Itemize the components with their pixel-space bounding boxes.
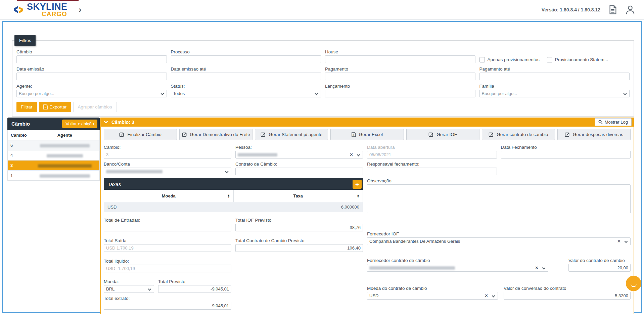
- exchange-list-panel: Câmbio Voltar exibição Câmbio Agente 6: [7, 118, 100, 181]
- add-taxa-button[interactable]: +: [353, 180, 362, 189]
- table-row[interactable]: 4: [8, 150, 100, 161]
- provisionamento-statem-checkbox[interactable]: [547, 57, 552, 62]
- total-previsto-input[interactable]: [158, 285, 231, 293]
- filter-processo-input[interactable]: [171, 55, 321, 63]
- table-row[interactable]: 6: [8, 140, 100, 150]
- filter-status-select[interactable]: Todos: [171, 90, 321, 97]
- total-iof-input[interactable]: [235, 224, 363, 231]
- total-extrato-input[interactable]: [104, 302, 231, 310]
- filter-pagamento-label: Pagamento: [325, 66, 475, 72]
- collapse-chevron-icon[interactable]: [104, 119, 108, 124]
- filter-agente-select[interactable]: Busque por algo...: [16, 90, 167, 97]
- table-row-selected[interactable]: 3: [8, 161, 100, 171]
- filter-pagamento-ate-input[interactable]: [479, 73, 630, 80]
- taxas-col-moeda[interactable]: Moeda ▲▼: [104, 190, 234, 202]
- detail-collapse-bar[interactable]: Câmbio: 3 Mostrar Log: [100, 118, 634, 127]
- redacted-agent-name: [38, 164, 92, 168]
- taxas-header: Taxas +: [104, 178, 363, 190]
- exchange-col-agente[interactable]: Agente: [30, 130, 99, 140]
- filter-cambio-input[interactable]: [16, 55, 167, 63]
- chevron-down-icon: [160, 92, 164, 95]
- field-total-iof: Total IOF Previsto: [235, 218, 363, 231]
- responsavel-fechamento-input[interactable]: [367, 168, 497, 175]
- data-fechamento-input[interactable]: [501, 151, 631, 159]
- valor-conversao-input[interactable]: [504, 292, 631, 300]
- exportar-button[interactable]: x Exportar: [39, 102, 71, 112]
- filter-cambio-label: Câmbio: [16, 49, 167, 54]
- cambio-input[interactable]: [104, 151, 231, 159]
- filter-status-label: Status:: [171, 84, 321, 89]
- filter-data-emissao-ate: Data emissao até: [171, 66, 321, 80]
- chevron-down-icon: [542, 266, 546, 270]
- redacted-fornecedor-value: [369, 266, 455, 270]
- field-valor-contrato: Valor do contrato de cambio: [568, 258, 631, 272]
- gerar-despesas-diversas-button[interactable]: Gerar despesas diversas: [557, 129, 631, 140]
- gerar-excel-button[interactable]: x Gerar Excel: [330, 129, 404, 140]
- total-contrato-previsto-input[interactable]: [235, 244, 363, 252]
- apenas-provisionamentos-checkbox[interactable]: [479, 57, 485, 62]
- agrupar-cambios-button[interactable]: Agrupar câmbios: [73, 102, 117, 112]
- moeda-contrato-select[interactable]: USD ✕: [367, 292, 498, 300]
- total-liquido-input[interactable]: [104, 265, 231, 272]
- data-abertura-input[interactable]: [367, 151, 497, 159]
- fornecedor-contrato-select[interactable]: ✕: [367, 264, 548, 272]
- gerar-statement-agente-button[interactable]: Gerar Statement p/ agente: [255, 129, 328, 140]
- filter-pagamento-input[interactable]: [325, 73, 475, 80]
- moeda-select[interactable]: BRL: [104, 285, 154, 293]
- exchange-col-cambio[interactable]: Câmbio: [8, 130, 30, 140]
- filters-panel: Filtros Câmbio Processo House Apenas pro…: [12, 40, 634, 117]
- voltar-exibicao-button[interactable]: Voltar exibição: [62, 120, 97, 128]
- mostrar-log-button[interactable]: Mostrar Log: [595, 118, 632, 126]
- excel-icon: x: [43, 104, 48, 109]
- filter-data-emissao-ate-input[interactable]: [171, 73, 321, 80]
- chat-bubble-icon[interactable]: [626, 276, 641, 291]
- banco-conta-select[interactable]: [104, 168, 231, 175]
- field-pessoa: Pessoa: ✕: [235, 145, 363, 159]
- filter-pagamento-ate: Pagamento até: [479, 66, 630, 80]
- gerar-iof-button[interactable]: Gerar IOF: [406, 129, 479, 140]
- content-frame: Filtros Câmbio Processo House Apenas pro…: [2, 21, 642, 313]
- edit-icon: [428, 132, 433, 137]
- filter-status: Status: Todos: [171, 84, 321, 97]
- clear-icon[interactable]: ✕: [535, 265, 539, 270]
- filtrar-button[interactable]: Filtrar: [16, 102, 37, 112]
- sort-icon[interactable]: ▲▼: [228, 194, 230, 198]
- filter-processo-label: Processo: [171, 49, 321, 54]
- filter-processo: Processo: [171, 49, 321, 63]
- valor-contrato-input[interactable]: [568, 264, 631, 272]
- clear-icon[interactable]: ✕: [617, 239, 621, 244]
- field-total-saida: Total Saída:: [104, 238, 231, 252]
- observacao-textarea[interactable]: [367, 184, 631, 213]
- field-total-contrato-previsto: Total Contrato de Cambio Previsto: [235, 238, 363, 252]
- sort-icon[interactable]: ▲▼: [357, 194, 359, 198]
- filter-house-input[interactable]: [325, 55, 475, 63]
- taxa-row[interactable]: USD 6,000000: [104, 202, 363, 212]
- filter-data-emissao: Data emissão: [16, 66, 167, 80]
- clear-icon[interactable]: ✕: [350, 152, 353, 157]
- filter-lancamento-label: Lançamento: [325, 84, 475, 89]
- filter-data-emissao-label: Data emissão: [16, 66, 167, 72]
- chevron-down-icon: [625, 240, 628, 243]
- total-saida-input[interactable]: [104, 244, 231, 252]
- document-icon[interactable]: [608, 5, 618, 15]
- filter-data-emissao-input[interactable]: [16, 73, 167, 80]
- search-icon: [598, 120, 603, 124]
- filter-pagamento: Pagamento: [325, 66, 475, 80]
- finalizar-cambio-button[interactable]: Finalizar Câmbio: [104, 129, 177, 140]
- total-entradas-input[interactable]: [104, 224, 231, 231]
- filter-familia-select[interactable]: Busque por algo...: [479, 90, 630, 97]
- pessoa-select[interactable]: ✕: [235, 151, 363, 159]
- taxas-col-taxa[interactable]: Taxa ▲▼: [233, 190, 363, 202]
- fornecedor-iof-select[interactable]: Companhia Bandeirantes De Armazéns Gerai…: [367, 237, 631, 245]
- gerar-contrato-cambio-button[interactable]: Gerar contrato de cambio: [482, 129, 555, 140]
- provisionamento-statem-label: Provisionamento Statem...: [555, 57, 608, 62]
- taxas-table: Moeda ▲▼ Taxa ▲▼: [104, 190, 363, 212]
- gerar-demonstrativo-frete-button[interactable]: Gerar Demonstrativo do Frete: [179, 129, 252, 140]
- user-icon[interactable]: [625, 5, 635, 15]
- clear-icon[interactable]: ✕: [485, 293, 488, 298]
- contrato-cambio-input[interactable]: [235, 168, 363, 175]
- sidebar-expand-chevron-icon[interactable]: ›: [79, 5, 82, 14]
- filter-lancamento-input[interactable]: [325, 90, 475, 97]
- field-moeda: Moeda: BRL: [104, 279, 154, 293]
- table-row[interactable]: 1: [8, 171, 100, 181]
